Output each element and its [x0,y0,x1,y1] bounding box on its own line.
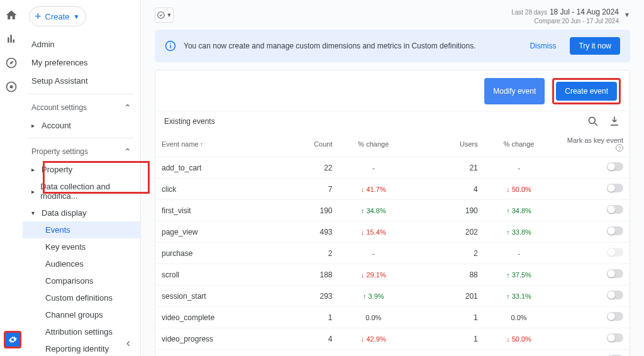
users-cell: 21 [408,157,484,179]
caret-down-icon: ▼ [167,12,172,18]
keyevent-cell [553,264,630,286]
change-cell: ↑3.9% [339,286,409,307]
sidebar-item-audiences[interactable]: Audiences [23,255,140,272]
col-key[interactable]: Mark as key event? [553,131,630,157]
event-name-cell[interactable]: video_complete [155,307,294,328]
svg-rect-5 [170,45,171,48]
keyevent-cell [553,221,630,243]
toggle-switch[interactable] [607,312,623,321]
sidebar-item-comparisons[interactable]: Comparisons [23,272,140,289]
caret-down-icon: ▼ [74,13,80,20]
advertising-icon[interactable] [5,81,18,93]
modify-event-button[interactable]: Modify event [484,78,545,104]
table-row: add_to_cart 22 - 21 - [155,157,630,179]
sidebar-item-channelgroups[interactable]: Channel groups [23,306,140,323]
users-cell: 1 [408,328,484,350]
try-it-button[interactable]: Try it now [570,37,620,55]
col-count[interactable]: Count [294,131,338,157]
table-row: video_complete 1 0.0% 1 0.0% [155,307,630,328]
toggle-switch[interactable] [607,184,623,192]
count-cell: 22 [294,157,338,179]
main-content: ▼ Last 28 days18 Jul - 14 Aug 2024 Compa… [141,0,644,356]
change-cell: ↓41.7% [339,179,409,200]
toggle-switch[interactable] [607,226,623,235]
toggle-switch[interactable] [607,291,623,299]
sidebar-item-keyevents[interactable]: Key events [23,238,140,255]
svg-point-7 [589,117,595,123]
col-users[interactable]: Users [408,131,484,157]
event-name-cell[interactable]: purchase [155,243,294,264]
sidebar-sec-property[interactable]: Property settings ⌃ [23,142,140,161]
svg-rect-6 [170,43,171,45]
sidebar-item-attribution[interactable]: Attribution settings [23,323,140,340]
toggle-switch[interactable] [607,162,623,171]
arrow-up-icon: ↑ [506,292,510,300]
arrow-up-icon: ↑ [506,271,510,279]
change-cell: 0.0% [339,307,409,328]
col-event-name[interactable]: Event name↑ [155,131,294,157]
explore-icon[interactable] [5,57,18,69]
event-name-cell[interactable]: click [155,179,294,200]
sidebar-sec-account[interactable]: Account settings ⌃ [23,98,140,117]
count-cell: 2 [294,243,338,264]
count-cell: 493 [294,221,338,243]
change-cell: 0.0% [484,307,554,328]
sidebar-item-events[interactable]: Events [23,221,140,238]
change-cell: ↑37.5% [484,264,554,286]
create-event-button[interactable]: Create event [556,82,617,101]
help-icon[interactable]: ? [616,144,623,152]
arrow-up-icon: ↑ [506,228,510,236]
sidebar-item-admin[interactable]: Admin [23,35,140,53]
create-button[interactable]: + Create ▼ [29,6,86,26]
keyevent-cell [553,179,630,200]
events-table: Event name↑ Count % change Users % chang… [155,131,630,356]
collapse-sidebar-icon[interactable]: ‹ [126,337,130,350]
toggle-switch[interactable] [607,269,623,278]
search-icon[interactable] [587,115,599,128]
sidebar-item-datacoll[interactable]: ▸ Data collection and modifica... [23,178,140,204]
dismiss-button[interactable]: Dismiss [523,38,562,54]
event-name-cell[interactable]: video_start [155,350,294,357]
sidebar-item-customdef[interactable]: Custom definitions [23,289,140,306]
col-change2[interactable]: % change [484,131,554,157]
event-name-cell[interactable]: first_visit [155,200,294,221]
filter-chip[interactable]: ▼ [155,8,174,23]
count-cell: 190 [294,200,338,221]
sidebar-item-property[interactable]: ▸ Property [23,161,140,178]
download-icon[interactable] [608,115,621,128]
table-row: session_start 293 ↑3.9% 201 ↑33.1% [155,286,630,307]
reports-icon[interactable] [5,33,18,45]
arrow-down-icon: ↓ [361,335,365,343]
toggle-switch[interactable] [607,333,623,342]
date-range-picker[interactable]: Last 28 days18 Jul - 14 Aug 2024 Compare… [511,8,630,25]
admin-gear-icon[interactable] [4,331,21,348]
table-title: Existing events [164,117,578,126]
event-name-cell[interactable]: scroll [155,264,294,286]
event-name-cell[interactable]: add_to_cart [155,157,294,179]
icon-rail [0,0,23,356]
chevron-up-icon: ⌃ [124,103,131,113]
change-cell: - [339,243,409,264]
banner-message: You can now create and manage custom dim… [184,42,516,50]
event-name-cell[interactable]: page_view [155,221,294,243]
users-cell: 88 [408,264,484,286]
event-name-cell[interactable]: session_start [155,286,294,307]
users-cell: 190 [408,200,484,221]
svg-point-2 [10,86,13,89]
sidebar-item-setup[interactable]: Setup Assistant [23,72,140,90]
toggle-switch [607,248,623,257]
sidebar-item-prefs[interactable]: My preferences [23,53,140,72]
col-change1[interactable]: % change [339,131,409,157]
users-cell: 1 [408,350,484,357]
keyevent-cell [553,243,630,264]
sidebar-item-reporting[interactable]: Reporting identity [23,340,140,356]
event-name-cell[interactable]: video_progress [155,328,294,350]
sidebar-item-account[interactable]: ▸ Account [23,117,140,134]
sidebar-item-datadisplay[interactable]: ▾ Data display [23,204,140,221]
change-cell: - [339,157,409,179]
users-cell: 2 [408,243,484,264]
change-cell: ↑33.8% [484,221,554,243]
keyevent-cell [553,350,630,357]
home-icon[interactable] [5,9,18,21]
toggle-switch[interactable] [607,205,623,214]
